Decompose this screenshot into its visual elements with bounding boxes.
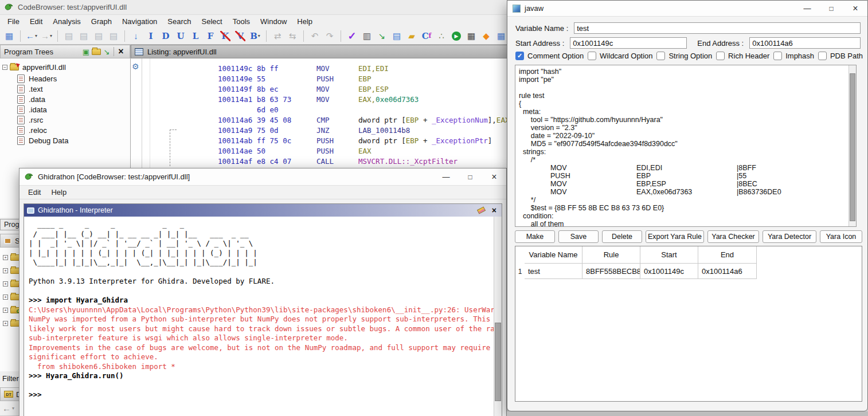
decompiler-icon[interactable]: Cf	[420, 29, 433, 43]
menu-item-help[interactable]: Help	[292, 16, 318, 27]
tables-icon[interactable]: ▦	[494, 29, 508, 43]
yara-checker-button[interactable]: Yara Checker	[707, 230, 759, 243]
yara-icon-button[interactable]: Yara Icon	[820, 230, 862, 243]
listing-view-icon[interactable]: ▤	[390, 29, 404, 43]
tree-node-row[interactable]: .idata	[17, 104, 47, 115]
end-address-input[interactable]	[749, 37, 861, 49]
rules-table[interactable]: Variable NameRuleStartEnd 1test8BFF558BE…	[515, 246, 862, 402]
expand-icon[interactable]: +	[3, 295, 8, 300]
interpreter-scrollbar[interactable]	[494, 217, 502, 416]
letter-v-strike-icon[interactable]: V	[233, 29, 247, 43]
close-icon[interactable]: ×	[116, 46, 126, 57]
tree-node-row[interactable]: .reloc	[17, 125, 47, 135]
tree-node-row[interactable]: Debug Data	[17, 135, 68, 146]
dtm-back-icon[interactable]: ←	[2, 403, 11, 413]
tree-node-row[interactable]: .rsrc	[17, 115, 43, 125]
checkbox-checked-icon[interactable]: ✓	[515, 52, 524, 60]
back-icon[interactable]: ←▾	[25, 29, 38, 43]
interpreter-scrollbar-thumb[interactable]	[495, 323, 501, 401]
function-graph-icon[interactable]: ∴	[435, 29, 448, 43]
yara-rule-textarea[interactable]: import "hash"import "pe"rule test{ meta:…	[515, 65, 857, 227]
tree-node-row[interactable]: .text	[17, 84, 43, 94]
table-header-rule[interactable]: Rule	[582, 246, 640, 264]
delete-button[interactable]: Delete	[602, 230, 642, 243]
hyara-titlebar[interactable]: javaw —□×	[507, 1, 867, 17]
tree-node-row[interactable]: Headers	[17, 73, 57, 84]
datatypes-folder-icon[interactable]: ▰	[405, 29, 419, 43]
option-comment-option[interactable]: ✓Comment Option	[515, 52, 584, 60]
eraser-icon[interactable]	[477, 206, 486, 214]
open-tree-icon[interactable]	[91, 46, 101, 57]
expand-icon[interactable]: +	[3, 308, 8, 313]
hyara-maximize-button[interactable]: □	[819, 1, 843, 16]
menu-item-edit[interactable]: Edit	[25, 16, 48, 27]
disassemble-icon[interactable]: ↓	[129, 29, 143, 43]
dtm-back-caret-icon[interactable]: ▾	[12, 406, 14, 411]
table-header-variable-name[interactable]: Variable Name	[525, 246, 582, 264]
import-tree-icon[interactable]: ↘	[101, 46, 112, 57]
bytes-viewer-icon[interactable]: ▥	[360, 29, 374, 43]
collapse-icon[interactable]: −	[2, 65, 7, 70]
menu-item-window[interactable]: Window	[255, 16, 292, 27]
export-yara-rule-button[interactable]: Export Yara Rule	[646, 230, 704, 243]
ghidrathon-close-button[interactable]: ×	[482, 168, 506, 185]
option-pdb-path[interactable]: PDB Path	[818, 52, 863, 60]
variable-name-input[interactable]	[574, 22, 861, 34]
interpreter-console[interactable]: ____ _ _ _ _ _ / ___| |__ (_) __| |_ __ …	[24, 217, 494, 416]
validate-icon[interactable]: ✓	[345, 29, 359, 43]
yara-rule-scrollbar-thumb[interactable]	[850, 73, 855, 221]
make-button[interactable]: Make	[515, 230, 555, 243]
save-button[interactable]: Save	[558, 230, 599, 243]
start-address-input[interactable]	[570, 37, 687, 49]
ghidrathon-titlebar[interactable]: Ghidrathon [CodeBrowser: test:/appverifU…	[19, 168, 506, 186]
menu-item-graph[interactable]: Graph	[86, 16, 117, 27]
checkbox-unchecked-icon[interactable]	[716, 52, 725, 60]
checkbox-unchecked-icon[interactable]	[588, 52, 596, 60]
letter-f-icon[interactable]: F	[204, 29, 217, 43]
expand-icon[interactable]: +	[3, 281, 8, 287]
interpreter-panel-header[interactable]: Ghidrathon - Interpreter ×	[24, 204, 502, 217]
ghidrathon-maximize-button[interactable]: □	[458, 168, 482, 185]
bookmark-icon[interactable]: ◆	[479, 29, 493, 43]
menu-item-search[interactable]: Search	[162, 16, 196, 27]
option-wildcard-option[interactable]: Wildcard Option	[588, 52, 652, 60]
hyara-close-button[interactable]: ×	[843, 1, 867, 16]
expand-icon[interactable]: +	[3, 268, 8, 273]
ghidrathon-menu-item-help[interactable]: Help	[46, 187, 72, 198]
table-header-end[interactable]: End	[698, 246, 757, 264]
interpreter-close-icon[interactable]: ×	[490, 206, 499, 215]
letter-u-icon[interactable]: U	[174, 29, 187, 43]
option-string-option[interactable]: String Option	[656, 52, 712, 60]
menu-item-file[interactable]: File	[2, 16, 25, 27]
letter-l-icon[interactable]: L	[189, 29, 202, 43]
yara-detector-button[interactable]: Yara Detector	[763, 230, 816, 243]
expand-icon[interactable]: +	[3, 255, 8, 260]
tree-node-row[interactable]: .data	[17, 94, 45, 104]
option-imphash[interactable]: Imphash	[773, 52, 814, 60]
checkbox-unchecked-icon[interactable]	[656, 52, 665, 60]
table-header-start[interactable]: Start	[640, 246, 698, 264]
tree-root-row[interactable]: −appverifUI.dll	[2, 62, 66, 72]
letter-i-icon[interactable]: I	[144, 29, 158, 43]
checkbox-unchecked-icon[interactable]	[818, 52, 827, 60]
menu-item-select[interactable]: Select	[197, 16, 228, 27]
version-checkout-icon[interactable]: ↘	[375, 29, 389, 43]
hyara-minimize-button[interactable]: —	[795, 1, 819, 16]
create-tree-icon[interactable]: ▣	[81, 46, 91, 57]
script-manager-icon[interactable]: ▶	[449, 29, 463, 43]
yara-rule-scrollbar[interactable]	[849, 65, 856, 226]
ghidrathon-minimize-button[interactable]: —	[434, 168, 458, 185]
menu-item-navigation[interactable]: Navigation	[117, 16, 162, 27]
option-rich-header[interactable]: Rich Header	[716, 52, 769, 60]
letter-b-icon[interactable]: B▾	[248, 29, 262, 43]
menu-item-tools[interactable]: Tools	[228, 16, 255, 27]
checkbox-unchecked-icon[interactable]	[773, 52, 782, 60]
letter-k-strike-icon[interactable]: K	[218, 29, 232, 43]
table-row[interactable]: 1test8BFF558BECB8...0x1001149c0x100114a6	[515, 264, 862, 279]
letter-d-icon[interactable]: D	[159, 29, 173, 43]
ghidrathon-menu-item-edit[interactable]: Edit	[23, 187, 46, 198]
save-icon[interactable]: ▦	[2, 29, 16, 43]
menu-item-analysis[interactable]: Analysis	[48, 16, 85, 27]
memory-map-icon[interactable]: ▦	[464, 29, 478, 43]
expand-icon[interactable]: +	[3, 321, 8, 326]
